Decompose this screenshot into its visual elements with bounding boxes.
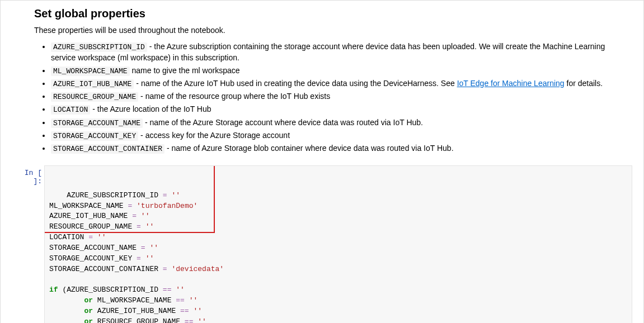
property-item: AZURE_IOT_HUB_NAME - name of the Azure I…	[51, 78, 627, 89]
property-code: RESOURCE_GROUP_NAME	[51, 92, 138, 102]
properties-list: AZURE_SUBSCRIPTION_ID - the Azure subscr…	[34, 41, 627, 154]
property-code: AZURE_SUBSCRIPTION_ID	[51, 42, 147, 52]
property-item: STORAGE_ACCOUNT_NAME - name of the Azure…	[51, 117, 627, 129]
property-item: STORAGE_ACCOUNT_CONTAINER - name of Azur…	[51, 143, 627, 154]
code-editor[interactable]: AZURE_SUBSCRIPTION_ID = '' ML_WORKSPACE_…	[44, 165, 632, 323]
property-code: STORAGE_ACCOUNT_KEY	[51, 131, 138, 141]
highlight-box	[44, 165, 215, 233]
property-item: STORAGE_ACCOUNT_KEY - access key for the…	[51, 130, 627, 141]
input-prompt: In [ ]:	[12, 165, 44, 186]
property-code: LOCATION	[51, 105, 90, 115]
property-code: STORAGE_ACCOUNT_NAME	[51, 118, 143, 128]
property-item: RESOURCE_GROUP_NAME - name of the resour…	[51, 91, 627, 102]
doc-link[interactable]: IoT Edge for Machine Learning	[457, 79, 565, 88]
property-item: ML_WORKSPACE_NAME name to give the ml wo…	[51, 65, 627, 77]
property-code: ML_WORKSPACE_NAME	[51, 66, 130, 76]
property-item: AZURE_SUBSCRIPTION_ID - the Azure subscr…	[51, 41, 627, 64]
section-heading: Set global properties	[34, 7, 627, 20]
property-code: STORAGE_ACCOUNT_CONTAINER	[51, 144, 164, 154]
property-item: LOCATION - the Azure location of the IoT…	[51, 104, 627, 115]
code-cell[interactable]: In [ ]: AZURE_SUBSCRIPTION_ID = '' ML_WO…	[12, 165, 632, 323]
intro-text: These properties will be used throughout…	[34, 26, 627, 35]
property-code: AZURE_IOT_HUB_NAME	[51, 79, 134, 89]
markdown-cell: Set global properties These properties w…	[34, 7, 627, 154]
